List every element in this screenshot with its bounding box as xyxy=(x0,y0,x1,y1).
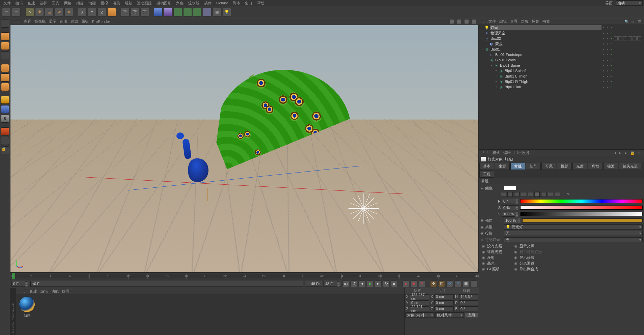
vis-editor-icon[interactable]: ▪ xyxy=(606,47,610,51)
s-field[interactable]: 0 %▴▾ xyxy=(502,205,519,210)
om-edit[interactable]: 编辑 xyxy=(499,19,507,24)
view-view[interactable]: 查看 xyxy=(24,19,31,24)
tree-row[interactable]: ☀ 物理天空 ▪ ▪ ✓ xyxy=(479,30,644,36)
tag-icon[interactable] xyxy=(633,36,637,40)
menu-tools[interactable]: 工具 xyxy=(50,1,61,6)
menu-create[interactable]: 创建 xyxy=(26,1,37,6)
menu-mesh[interactable]: 网格 xyxy=(62,1,74,6)
color-spectrum-icon[interactable] xyxy=(514,192,520,197)
vis-editor-icon[interactable]: ▪ xyxy=(606,26,610,30)
h-slider[interactable] xyxy=(520,199,643,203)
material-item[interactable]: 仙鹤 xyxy=(18,296,36,318)
attr-tab[interactable]: 细节 xyxy=(526,163,541,170)
view-prorender[interactable]: ProRender xyxy=(92,20,110,24)
key-scale-button[interactable]: ◱ xyxy=(438,280,445,287)
next-frame-button[interactable]: ▸ xyxy=(375,280,382,287)
tree-row[interactable]: + ⚹ Bip01 L Thigh ▪ ▪ ✓ xyxy=(479,73,644,79)
attr-tab[interactable]: 镜头光晕 xyxy=(619,163,641,170)
attr-tab[interactable]: 焦散 xyxy=(588,163,603,170)
intensity-slider[interactable] xyxy=(522,218,643,222)
color-image-icon[interactable] xyxy=(521,192,526,197)
tag-icon[interactable] xyxy=(637,36,641,40)
play-button[interactable]: ▶ xyxy=(367,280,373,287)
color-wheel-icon[interactable] xyxy=(507,192,513,197)
tree-row[interactable]: - ⚹ Bip01 ▪ ▪ ✓ xyxy=(479,47,644,52)
camera-button[interactable]: ▦ xyxy=(213,8,221,17)
layer-icon[interactable]: ▪ xyxy=(601,85,606,89)
axis-mode-button[interactable] xyxy=(1,96,9,104)
environment-button[interactable] xyxy=(203,8,212,17)
point-mode-button[interactable] xyxy=(1,64,9,72)
menu-select[interactable]: 选择 xyxy=(38,1,49,6)
om-view[interactable]: 查看 xyxy=(510,19,517,24)
enable-icon[interactable]: ✓ xyxy=(610,42,614,45)
x-axis-toggle[interactable]: X xyxy=(78,8,87,17)
goto-nextkey-button[interactable]: ↻ xyxy=(383,280,390,287)
visible-dropdown[interactable]: 无 xyxy=(504,237,643,242)
record-button[interactable]: ● xyxy=(402,280,409,287)
poly-mode-button[interactable] xyxy=(1,83,9,91)
vis-editor-icon[interactable]: ▪ xyxy=(606,53,610,57)
pos-field[interactable]: 22.701 cm xyxy=(410,306,429,311)
menu-track[interactable]: 运动跟踪 xyxy=(135,1,154,6)
rot-field[interactable]: 0 ° xyxy=(459,300,478,305)
coord-system-button[interactable] xyxy=(107,8,116,17)
prev-frame-button[interactable]: ◂ xyxy=(359,280,365,287)
layer-icon[interactable]: ▪ xyxy=(601,31,606,35)
size-field[interactable]: 0 cm xyxy=(435,300,454,305)
rotate-tool[interactable]: ⟳ xyxy=(55,8,63,17)
menu-help[interactable]: 帮助 xyxy=(255,1,267,6)
scene-tree[interactable]: 💡 灯光 ▪ ▪ ✓ ☀ 物理天空 ▪ ▪ ✓ - △ Box02 ▪ ▪ ✓ … xyxy=(479,24,644,149)
layer-icon[interactable]: ▪ xyxy=(601,80,606,84)
menu-window[interactable]: 窗口 xyxy=(243,1,254,6)
om-tags[interactable]: 标签 xyxy=(532,19,539,24)
view-nav-icon-3[interactable] xyxy=(465,20,469,24)
view-filter[interactable]: 过滤 xyxy=(71,19,78,24)
om-menu-icon[interactable]: ☰ xyxy=(638,20,641,23)
attr-tab[interactable]: 噪波 xyxy=(604,163,618,170)
attr-tab[interactable]: 基本 xyxy=(479,163,494,170)
texture-mode-button[interactable] xyxy=(1,42,9,50)
enable-icon[interactable]: ✓ xyxy=(610,58,614,62)
expand-icon[interactable]: + xyxy=(495,80,498,83)
expand-icon[interactable]: + xyxy=(495,69,498,72)
om-bookmarks[interactable]: 书签 xyxy=(542,19,550,24)
color-swatches-icon[interactable] xyxy=(528,192,533,197)
cube-primitive-button[interactable] xyxy=(154,8,163,17)
menu-edit[interactable]: 编辑 xyxy=(13,1,25,6)
s-slider[interactable] xyxy=(520,206,643,210)
color-extra-icon[interactable]: ✎ xyxy=(567,192,572,197)
pen-tool-button[interactable] xyxy=(164,8,172,17)
key-pla-button[interactable]: ▦ xyxy=(463,280,469,287)
view-camera[interactable]: 摄像机 xyxy=(34,19,46,24)
tag-icon[interactable] xyxy=(623,36,627,40)
menu-snap[interactable]: 捕捉 xyxy=(74,1,86,6)
light-button[interactable]: 💡 xyxy=(222,8,231,17)
color-mode-icon[interactable] xyxy=(501,192,506,197)
om-file[interactable]: 文件 xyxy=(488,19,496,24)
enable-icon[interactable]: ✓ xyxy=(610,64,614,67)
mat-create[interactable]: 创建 xyxy=(30,289,37,294)
undo-button[interactable]: ↶ xyxy=(2,8,11,17)
size-field[interactable]: 0 cm xyxy=(435,306,454,311)
intensity-field[interactable]: 100 %▴▾ xyxy=(504,218,521,223)
enable-icon[interactable]: ✓ xyxy=(610,69,614,72)
vis-editor-icon[interactable]: ▪ xyxy=(606,31,610,35)
vis-editor-icon[interactable]: ▪ xyxy=(606,69,610,73)
menu-pipeline[interactable]: 流水线 xyxy=(186,1,201,6)
am-new-icon[interactable]: ⊞ xyxy=(638,151,641,155)
key-rot-button[interactable]: ⟳ xyxy=(446,280,453,287)
attr-tab[interactable]: 投影 xyxy=(557,163,572,170)
am-edit[interactable]: 编辑 xyxy=(503,150,511,155)
array-button[interactable] xyxy=(183,8,192,17)
attr-tab[interactable]: 光度 xyxy=(572,163,587,170)
shadow-dropdown[interactable]: 无 xyxy=(504,231,643,236)
render-view-button[interactable]: 🎬 xyxy=(121,8,130,17)
enable-icon[interactable]: ✓ xyxy=(610,37,614,40)
am-up-icon[interactable]: ▴ xyxy=(625,151,627,155)
expand-icon[interactable]: + xyxy=(495,74,498,78)
current-frame-field[interactable]: 0 F▴▾ xyxy=(11,281,29,287)
key-options-button[interactable]: ⋮ xyxy=(471,280,477,287)
view-display[interactable]: 显示 xyxy=(49,19,56,24)
select-tool[interactable]: ↖ xyxy=(25,8,34,17)
